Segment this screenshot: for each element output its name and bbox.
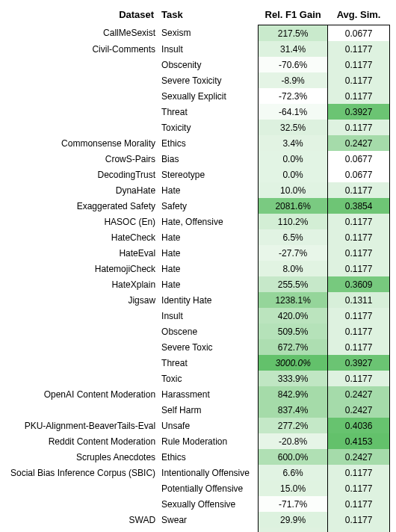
gain-cell: -8.9% xyxy=(259,72,328,88)
dataset-cell: DecodingTrust xyxy=(6,167,158,182)
sim-cell: 0.1177 xyxy=(328,41,390,57)
sim-cell: 0.1177 xyxy=(328,528,390,532)
sim-cell: 0.1177 xyxy=(328,72,390,88)
table-row: JigsawIdentity Hate1238.1%0.1311 xyxy=(6,292,390,308)
header-gain: Rel. F1 Gain xyxy=(259,6,328,25)
gain-cell: -20.8% xyxy=(259,433,328,449)
dataset-cell xyxy=(6,480,158,496)
task-cell: Hate xyxy=(158,276,258,292)
table-row: SWADSwear29.9%0.1177 xyxy=(6,512,390,528)
sim-cell: 0.1177 xyxy=(328,214,390,229)
task-cell: Insult xyxy=(158,41,258,57)
gain-cell: 3.4% xyxy=(259,135,328,151)
gain-cell: 8.0% xyxy=(259,261,328,276)
task-cell: Hate xyxy=(158,182,258,198)
task-cell: Bias xyxy=(158,151,258,167)
dataset-cell: SWAD xyxy=(6,512,158,528)
task-cell: Ethics xyxy=(158,449,258,465)
sim-cell: 0.0677 xyxy=(328,167,390,182)
sim-cell: 0.1177 xyxy=(328,371,390,386)
task-cell: Self Harm xyxy=(158,402,258,418)
gain-cell: 672.7% xyxy=(259,339,328,355)
task-cell: Swear xyxy=(158,512,258,528)
table-row: Obscenity-70.6%0.1177 xyxy=(6,57,390,72)
task-cell: Identity Hate xyxy=(158,292,258,308)
sim-cell: 0.2427 xyxy=(328,402,390,418)
dataset-cell: ToxiGen xyxy=(6,528,158,532)
sim-cell: 0.2427 xyxy=(328,386,390,402)
gain-cell: 837.4% xyxy=(259,402,328,418)
sim-cell: 0.0677 xyxy=(328,151,390,167)
task-cell: Sexism xyxy=(158,25,258,42)
gain-cell: 0.0% xyxy=(259,167,328,182)
sim-cell: 0.1177 xyxy=(328,496,390,512)
table-row: Sexually Offensive-71.7%0.1177 xyxy=(6,496,390,512)
task-cell: Hate xyxy=(158,245,258,261)
table-row: HateCheckHate6.5%0.1177 xyxy=(6,229,390,245)
task-cell: Toxic xyxy=(158,528,258,532)
sim-cell: 0.0677 xyxy=(328,25,390,42)
table-row: Severe Toxic672.7%0.1177 xyxy=(6,339,390,355)
dataset-cell: Jigsaw xyxy=(6,292,158,308)
gain-cell: 20.9% xyxy=(259,528,328,532)
dataset-cell: Reddit Content Moderation xyxy=(6,433,158,449)
table-row: Insult420.0%0.1177 xyxy=(6,308,390,324)
sim-cell: 0.2427 xyxy=(328,449,390,465)
header-row: Dataset Task Rel. F1 Gain Avg. Sim. xyxy=(6,6,390,25)
sim-cell: 0.1177 xyxy=(328,339,390,355)
table-row: OpenAI Content ModerationHarassment842.9… xyxy=(6,386,390,402)
gain-cell: 10.0% xyxy=(259,182,328,198)
gain-cell: 3000.0% xyxy=(259,355,328,371)
dataset-cell xyxy=(6,339,158,355)
table-row: CallMeSexistSexism217.5%0.0677 xyxy=(6,25,390,42)
table-row: Social Bias Inference Corpus (SBIC)Inten… xyxy=(6,465,390,480)
gain-cell: 842.9% xyxy=(259,386,328,402)
task-cell: Safety xyxy=(158,198,258,214)
table-row: Toxic333.9%0.1177 xyxy=(6,371,390,386)
sim-cell: 0.1177 xyxy=(328,229,390,245)
dataset-cell xyxy=(6,371,158,386)
table-row: Threat3000.0%0.3927 xyxy=(6,355,390,371)
table-row: Sexually Explicit-72.3%0.1177 xyxy=(6,88,390,104)
gain-cell: -64.1% xyxy=(259,104,328,120)
dataset-cell: CallMeSexist xyxy=(6,25,158,42)
table-row: Commonsense MoralityEthics3.4%0.2427 xyxy=(6,135,390,151)
task-cell: Toxic xyxy=(158,371,258,386)
sim-cell: 0.2427 xyxy=(328,135,390,151)
gain-cell: 333.9% xyxy=(259,371,328,386)
table-row: HASOC (En)Hate, Offensive110.2%0.1177 xyxy=(6,214,390,229)
table-row: PKU-Alignment-BeaverTails-EvalUnsafe277.… xyxy=(6,418,390,433)
table-row: Exaggerated SafetySafety2081.6%0.3854 xyxy=(6,198,390,214)
task-cell: Threat xyxy=(158,104,258,120)
gain-cell: -70.6% xyxy=(259,57,328,72)
sim-cell: 0.1177 xyxy=(328,261,390,276)
dataset-cell: HASOC (En) xyxy=(6,214,158,229)
dataset-cell xyxy=(6,104,158,120)
sim-cell: 0.1177 xyxy=(328,465,390,480)
gain-cell: 2081.6% xyxy=(259,198,328,214)
sim-cell: 0.3609 xyxy=(328,276,390,292)
task-cell: Hate, Offensive xyxy=(158,214,258,229)
sim-cell: 0.3927 xyxy=(328,104,390,120)
table-row: Civil-CommentsInsult31.4%0.1177 xyxy=(6,41,390,57)
sim-cell: 0.1311 xyxy=(328,292,390,308)
gain-cell: -72.3% xyxy=(259,88,328,104)
task-cell: Sexually Explicit xyxy=(158,88,258,104)
table-row: HatemojiCheckHate8.0%0.1177 xyxy=(6,261,390,276)
dataset-cell xyxy=(6,496,158,512)
sim-cell: 0.1177 xyxy=(328,245,390,261)
dataset-cell: HateEval xyxy=(6,245,158,261)
gain-cell: 32.5% xyxy=(259,120,328,135)
table-row: Potentially Offensive15.0%0.1177 xyxy=(6,480,390,496)
dataset-cell: OpenAI Content Moderation xyxy=(6,386,158,402)
task-cell: Stereotype xyxy=(158,167,258,182)
sim-cell: 0.3854 xyxy=(328,198,390,214)
table-row: CrowS-PairsBias0.0%0.0677 xyxy=(6,151,390,167)
dataset-cell: Commonsense Morality xyxy=(6,135,158,151)
task-cell: Intentionally Offensive xyxy=(158,465,258,480)
task-cell: Obscenity xyxy=(158,57,258,72)
task-cell: Potentially Offensive xyxy=(158,480,258,496)
header-task: Task xyxy=(158,6,258,25)
sim-cell: 0.1177 xyxy=(328,512,390,528)
task-cell: Harassment xyxy=(158,386,258,402)
